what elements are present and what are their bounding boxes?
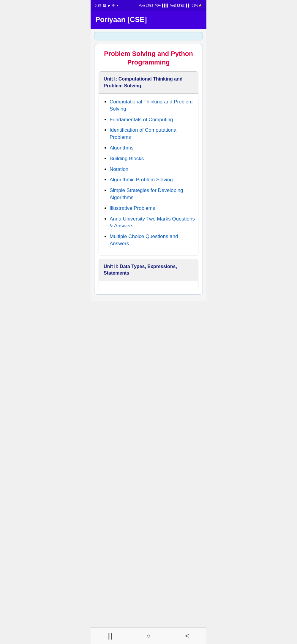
dot-indicator: •	[117, 4, 118, 7]
signal-4g: 4G+	[154, 4, 161, 7]
list-item[interactable]: Fundamentals of Computing	[110, 116, 195, 123]
home-button[interactable]: ○	[140, 630, 157, 642]
unit1-header-text: Unit I: Computational Thinking and Probl…	[104, 76, 193, 89]
app-bar: Poriyaan [CSE]	[91, 11, 206, 29]
main-card: Problem Solving and Python Programming U…	[94, 44, 203, 295]
list-item[interactable]: Computational Thinking and Problem Solvi…	[110, 98, 195, 113]
card-title: Problem Solving and Python Programming	[99, 50, 198, 67]
item-label: Identification of Computational Problems	[110, 127, 178, 140]
back-button[interactable]: <	[178, 630, 196, 642]
app-title: Poriyaan [CSE]	[95, 15, 202, 24]
youtube-icon: ▶	[108, 4, 110, 7]
unit2-header-text: Unit II: Data Types, Expressions, Statem…	[104, 263, 193, 277]
home-icon: ○	[146, 632, 150, 640]
signal-lte1: Vo)) LTE1	[139, 4, 153, 7]
back-icon: <	[185, 632, 189, 640]
list-item[interactable]: Multiple Choice Questions and Answers	[110, 233, 195, 247]
item-label: Algorithmic Problem Solving	[110, 177, 173, 182]
settings-icon: ⚙	[112, 4, 115, 7]
list-item[interactable]: Algorithms	[110, 144, 195, 152]
unit1-header: Unit I: Computational Thinking and Probl…	[99, 72, 198, 94]
gallery-icon: 🖼	[103, 4, 106, 7]
item-label: Illustrative Problems	[110, 205, 155, 211]
recents-button[interactable]: |||	[101, 630, 119, 642]
list-item[interactable]: Notation	[110, 166, 195, 173]
signal-lte2: Vo)) LTE2	[170, 4, 185, 7]
unit1-section: Unit I: Computational Thinking and Probl…	[99, 71, 198, 256]
item-label: Algorithms	[110, 145, 133, 151]
unit1-list: Computational Thinking and Problem Solvi…	[105, 98, 195, 247]
status-bar: 5:29 🖼 ▶ ⚙ • Vo)) LTE1 4G+ ▌▌▌ Vo)) LTE2…	[91, 0, 206, 11]
status-left: 5:29 🖼 ▶ ⚙ •	[95, 4, 118, 7]
list-item[interactable]: Identification of Computational Problems	[110, 127, 195, 141]
unit2-header: Unit II: Data Types, Expressions, Statem…	[99, 259, 198, 281]
unit2-items-partial	[99, 281, 198, 290]
item-label: Building Blocks	[110, 156, 144, 161]
list-item[interactable]: Building Blocks	[110, 155, 195, 162]
bottom-nav: ||| ○ <	[91, 627, 206, 644]
partial-top-card	[94, 32, 203, 40]
battery-display: 51%⚡	[192, 4, 202, 7]
time-display: 5:29	[95, 4, 101, 7]
list-item[interactable]: Illustrative Problems	[110, 205, 195, 212]
signal-bars2: ▌▌	[186, 4, 190, 7]
item-label: Multiple Choice Questions and Answers	[110, 234, 178, 246]
item-label: Notation	[110, 166, 128, 172]
item-label: Computational Thinking and Problem Solvi…	[110, 99, 192, 112]
content-area: Problem Solving and Python Programming U…	[91, 29, 206, 301]
list-item[interactable]: Anna University Two Marks Questions & An…	[110, 215, 195, 230]
unit2-section: Unit II: Data Types, Expressions, Statem…	[99, 259, 198, 290]
item-label: Anna University Two Marks Questions & An…	[110, 216, 195, 229]
signal-bars1: ▌▌▌	[162, 4, 169, 7]
unit1-items: Computational Thinking and Problem Solvi…	[99, 94, 198, 256]
item-label: Fundamentals of Computing	[110, 117, 173, 122]
list-item[interactable]: Simple Strategies for Developing Algorit…	[110, 187, 195, 201]
item-label: Simple Strategies for Developing Algorit…	[110, 188, 183, 200]
status-right: Vo)) LTE1 4G+ ▌▌▌ Vo)) LTE2 ▌▌ 51%⚡	[139, 4, 202, 7]
list-item[interactable]: Algorithmic Problem Solving	[110, 176, 195, 183]
recents-icon: |||	[107, 632, 112, 640]
